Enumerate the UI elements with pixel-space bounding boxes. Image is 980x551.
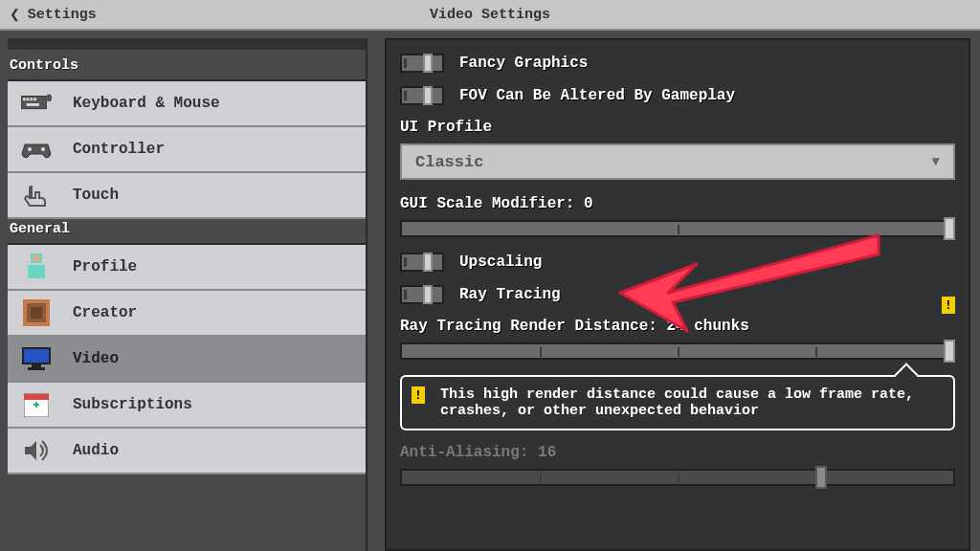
- ui-profile-label: UI Profile: [400, 119, 955, 136]
- warning-tooltip: ! This high render distance could cause …: [400, 375, 955, 430]
- touch-icon: [21, 182, 52, 209]
- sidebar-item-profile[interactable]: Profile: [8, 245, 366, 291]
- creator-icon: [21, 299, 52, 326]
- svg-rect-3: [30, 98, 33, 100]
- sidebar-item-label: Controller: [73, 141, 165, 158]
- sidebar-item-touch[interactable]: Touch: [8, 173, 366, 219]
- anti-aliasing-slider: [400, 469, 955, 486]
- dropdown-value: Classic: [415, 153, 483, 171]
- toggle-ray-tracing[interactable]: [400, 285, 444, 304]
- svg-rect-17: [32, 364, 41, 367]
- svg-rect-6: [46, 95, 52, 102]
- svg-rect-5: [27, 103, 39, 106]
- sidebar-item-label: Keyboard & Mouse: [73, 95, 220, 112]
- toggle-fov-gameplay[interactable]: [400, 86, 444, 105]
- toggle-label: Upscaling: [459, 253, 542, 271]
- header-bar: ❮ Settings Video Settings: [0, 0, 980, 31]
- toggle-fancy-graphics[interactable]: [400, 54, 444, 73]
- sidebar-item-label: Touch: [73, 187, 119, 204]
- sidebar-item-keyboard-mouse[interactable]: Keyboard & Mouse: [8, 81, 366, 127]
- warning-icon: !: [942, 297, 955, 314]
- toggle-label: Ray Tracing: [459, 286, 561, 303]
- svg-rect-10: [33, 255, 40, 261]
- svg-point-7: [28, 147, 32, 151]
- keyboard-icon: [21, 90, 52, 117]
- anti-aliasing-label: Anti-Aliasing: 16: [400, 444, 955, 461]
- warning-icon: !: [412, 386, 425, 404]
- toggle-label: FOV Can Be Altered By Gameplay: [459, 87, 735, 104]
- sidebar-item-label: Subscriptions: [73, 396, 192, 413]
- ui-profile-dropdown[interactable]: Classic ▼: [400, 143, 955, 180]
- svg-rect-4: [33, 98, 36, 100]
- speaker-icon: [21, 437, 52, 464]
- section-controls: Controls: [8, 55, 366, 81]
- svg-point-8: [41, 147, 45, 151]
- section-general: General: [8, 219, 366, 245]
- sidebar-item-audio[interactable]: Audio: [8, 429, 366, 474]
- toggle-label: Fancy Graphics: [459, 55, 588, 72]
- gui-scale-slider[interactable]: [400, 220, 955, 237]
- sidebar-item-creator[interactable]: Creator: [8, 291, 366, 337]
- gamepad-icon: [21, 136, 52, 163]
- sidebar-item-label: Audio: [73, 442, 119, 459]
- sidebar-item-controller[interactable]: Controller: [8, 127, 366, 173]
- settings-panel: Fancy Graphics FOV Can Be Altered By Gam…: [385, 38, 970, 551]
- sidebar-item-label: Video: [73, 350, 119, 367]
- svg-rect-14: [31, 307, 42, 319]
- gui-scale-label: GUI Scale Modifier: 0: [400, 195, 955, 212]
- back-label: Settings: [28, 7, 97, 23]
- warning-text: This high render distance could cause a …: [440, 386, 914, 419]
- page-title: Video Settings: [430, 7, 550, 23]
- svg-rect-20: [24, 394, 49, 400]
- sidebar-item-label: Profile: [73, 258, 137, 276]
- sidebar: Controls Keyboard & Mouse Controller Tou…: [0, 31, 375, 551]
- profile-icon: [21, 253, 52, 280]
- svg-rect-11: [28, 265, 45, 278]
- sidebar-item-label: Creator: [73, 304, 137, 321]
- back-button[interactable]: ❮ Settings: [0, 4, 106, 25]
- svg-rect-22: [35, 402, 37, 408]
- sidebar-item-subscriptions[interactable]: Subscriptions: [8, 383, 366, 429]
- calendar-plus-icon: [21, 391, 52, 418]
- rt-distance-label: Ray Tracing Render Distance: 24 chunks: [400, 318, 955, 335]
- chevron-left-icon: ❮: [10, 4, 20, 25]
- svg-rect-18: [28, 367, 45, 370]
- monitor-icon: [21, 345, 52, 372]
- svg-rect-16: [24, 349, 49, 363]
- sidebar-scroll-track[interactable]: [8, 38, 366, 50]
- chevron-down-icon: ▼: [932, 154, 940, 169]
- sidebar-item-video[interactable]: Video: [8, 337, 366, 383]
- svg-rect-2: [27, 98, 30, 100]
- rt-distance-slider[interactable]: [400, 342, 955, 360]
- svg-rect-1: [23, 98, 26, 100]
- toggle-upscaling[interactable]: [400, 253, 444, 272]
